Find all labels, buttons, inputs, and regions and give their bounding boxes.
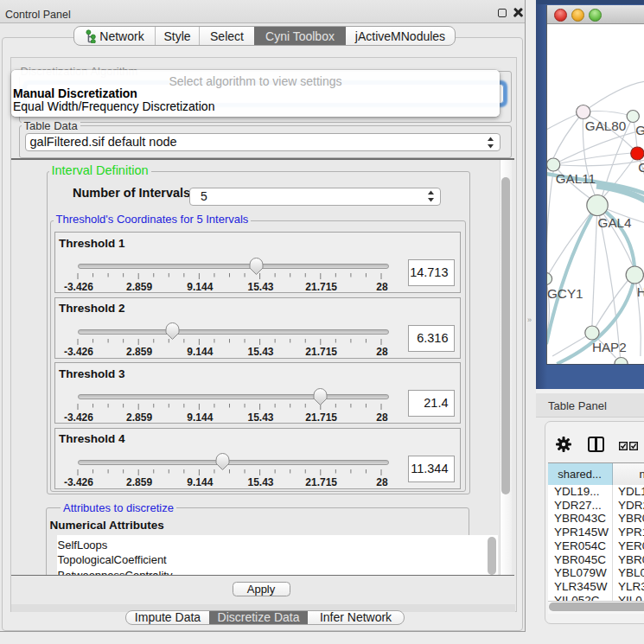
svg-text:GAL4: GAL4 [598,215,632,230]
svg-text:H: H [637,284,644,299]
svg-text:GAL11: GAL11 [556,171,596,186]
svg-text:GAL80: GAL80 [585,118,627,133]
svg-text:GA: GA [635,123,644,137]
svg-text:G: G [638,160,644,175]
svg-text:HAP2: HAP2 [592,340,627,354]
svg-text:GCY1: GCY1 [547,286,583,301]
